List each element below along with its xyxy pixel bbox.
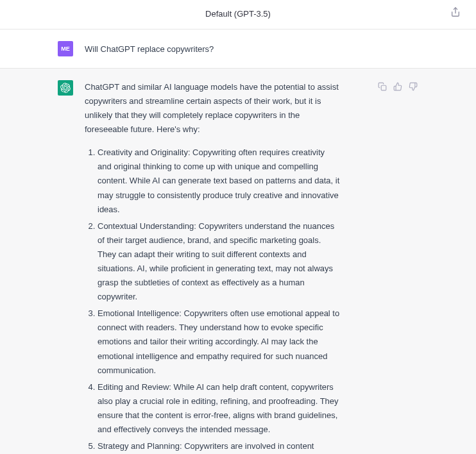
thumbs-down-icon[interactable] bbox=[408, 81, 418, 92]
conversation-header: Default (GPT-3.5) bbox=[0, 0, 476, 29]
user-avatar: ME bbox=[58, 41, 73, 56]
user-message-content: Will ChatGPT replace copywriters? bbox=[85, 41, 418, 56]
share-icon[interactable] bbox=[450, 7, 461, 22]
copy-icon[interactable] bbox=[377, 81, 387, 92]
message-actions bbox=[377, 80, 418, 454]
user-avatar-text: ME bbox=[61, 44, 70, 53]
model-title: Default (GPT-3.5) bbox=[205, 8, 271, 21]
list-item: Emotional Intelligence: Copywriters ofte… bbox=[98, 307, 340, 377]
assistant-intro-text: ChatGPT and similar AI language models h… bbox=[85, 80, 340, 137]
svg-rect-1 bbox=[381, 85, 386, 90]
user-message-text: Will ChatGPT replace copywriters? bbox=[85, 44, 214, 54]
thumbs-up-icon[interactable] bbox=[393, 81, 403, 92]
list-item: Strategy and Planning: Copywriters are i… bbox=[98, 439, 340, 454]
list-item: Editing and Review: While AI can help dr… bbox=[98, 380, 340, 437]
user-message-row: ME Will ChatGPT replace copywriters? bbox=[0, 29, 476, 69]
assistant-points-list: Creativity and Originality: Copywriting … bbox=[85, 146, 340, 454]
assistant-avatar bbox=[58, 80, 73, 96]
list-item: Contextual Understanding: Copywriters un… bbox=[98, 219, 340, 305]
assistant-message-row: ChatGPT and similar AI language models h… bbox=[0, 69, 476, 454]
list-item: Creativity and Originality: Copywriting … bbox=[98, 146, 340, 216]
assistant-message-content: ChatGPT and similar AI language models h… bbox=[85, 80, 366, 454]
